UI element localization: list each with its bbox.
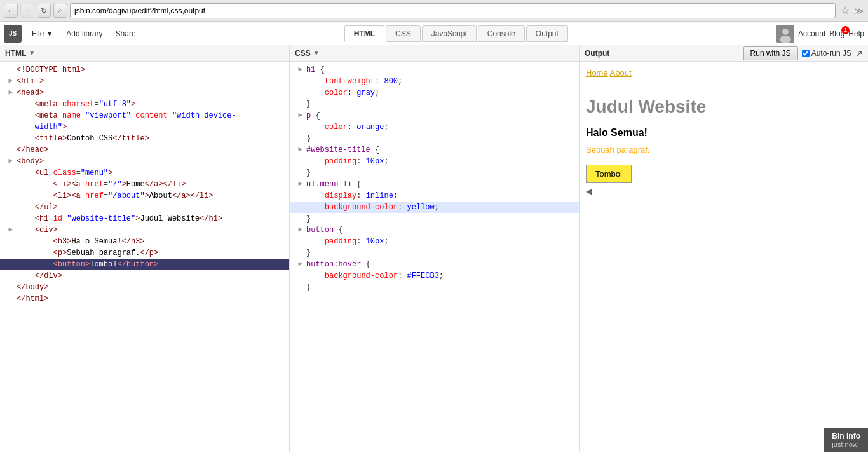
code-line: ▶ <html> (0, 76, 289, 87)
tab-output[interactable]: Output (526, 25, 568, 42)
svg-point-1 (782, 29, 789, 35)
avatar (776, 25, 794, 43)
blog-badge: 1 (841, 26, 850, 34)
add-library-button[interactable]: Add library (60, 27, 109, 41)
file-label: File (32, 29, 44, 38)
code-line: } (290, 282, 579, 293)
browser-chrome: ← → ↻ ⌂ ☆ ≫ (0, 0, 868, 22)
forward-button[interactable]: → (20, 4, 34, 18)
code-line: padding: 10px; (290, 156, 579, 167)
css-panel-header: CSS ▼ (290, 45, 579, 62)
code-line: <h3>Halo Semua!</h3> (0, 236, 289, 247)
run-js-button[interactable]: Run with JS (743, 46, 798, 60)
code-line: ▶ p { (290, 110, 579, 121)
code-line: background-color: #FFECB3; (290, 270, 579, 282)
code-line-highlighted: <button>Tombol</button> (0, 259, 289, 270)
code-line: </body> (0, 282, 289, 293)
preview-subheading: Halo Semua! (586, 127, 862, 139)
code-line: ▶ <body> (0, 156, 289, 167)
bookmark-icon[interactable]: ☆ (841, 4, 850, 17)
code-line: } (290, 247, 579, 259)
html-code-editor[interactable]: <!DOCTYPE html> ▶ <html> ▶ <head> <meta … (0, 62, 289, 452)
code-line: <li><a href="/about">About</a></li> (0, 190, 289, 202)
back-button[interactable]: ← (4, 4, 18, 18)
code-line: ▶ <head> (0, 87, 289, 99)
code-line: <ul class="menu"> (0, 167, 289, 179)
code-line: padding: 10px; (290, 236, 579, 247)
code-line: } (290, 213, 579, 224)
bin-info-title: Bin info (832, 432, 860, 441)
output-title: Output (585, 49, 609, 58)
code-line: } (290, 167, 579, 179)
tab-console[interactable]: Console (478, 25, 525, 42)
code-line: <meta charset="utf-8"> (0, 99, 289, 110)
editor-tabs: HTML CSS JavaScript Console Output (344, 25, 568, 42)
html-panel-header: HTML ▼ (0, 45, 289, 62)
help-button[interactable]: Help (848, 29, 864, 38)
file-dropdown-icon: ▼ (46, 29, 53, 38)
tab-html[interactable]: HTML (344, 25, 384, 42)
autorun-checkbox[interactable] (802, 50, 810, 57)
code-line: <!DOCTYPE html> (0, 64, 289, 76)
code-line: ▶ ul.menu li { (290, 179, 579, 190)
code-line: color: gray; (290, 87, 579, 99)
toolbar-right: Account Blog 1 Help (776, 25, 864, 43)
preview-paragraph: Sebuah paragraf. (586, 145, 862, 154)
code-line: ▶ h1 { (290, 64, 579, 76)
code-line: ▶ button { (290, 224, 579, 236)
output-panel: Output Run with JS Auto-run JS ↗ Home Ab… (580, 45, 868, 452)
code-line: width"> (0, 121, 289, 133)
output-controls: Run with JS Auto-run JS ↗ (743, 46, 863, 60)
code-line: color: orange; (290, 121, 579, 133)
code-line: background-color: yellow; (290, 202, 579, 213)
code-line: display: inline; (290, 190, 579, 202)
css-panel-arrow[interactable]: ▼ (313, 50, 320, 57)
code-line: font-weight: 800; (290, 76, 579, 87)
html-panel-title: HTML (5, 49, 26, 58)
share-button[interactable]: Share (109, 27, 142, 41)
file-menu-button[interactable]: File ▼ (25, 27, 60, 41)
output-content: Home About Judul Website Halo Semua! Seb… (580, 62, 868, 452)
code-line: ▶ #website-title { (290, 144, 579, 156)
css-panel: CSS ▼ ▶ h1 { font-weight: 800; color: gr… (290, 45, 580, 452)
autorun-label: Auto-run JS (802, 49, 851, 58)
tab-css[interactable]: CSS (386, 25, 421, 42)
address-bar[interactable] (70, 3, 836, 18)
code-line: </div> (0, 270, 289, 282)
browser-nav: ← → ↻ ⌂ ☆ ≫ (0, 0, 868, 22)
code-line: </ul> (0, 202, 289, 213)
blog-button[interactable]: Blog 1 (829, 29, 844, 38)
app-toolbar: JS File ▼ Add library Share HTML CSS Jav… (0, 22, 868, 45)
expand-output-button[interactable]: ↗ (855, 48, 863, 58)
account-button[interactable]: Account (798, 29, 825, 38)
css-code-editor[interactable]: ▶ h1 { font-weight: 800; color: gray; } … (290, 62, 579, 452)
bin-info-time: just now (832, 441, 860, 448)
code-line: <title>Contoh CSS</title> (0, 133, 289, 144)
nav-extra-icon[interactable]: ≫ (855, 6, 864, 16)
cursor-indicator: ◀ (586, 187, 592, 196)
html-panel: HTML ▼ <!DOCTYPE html> ▶ <html> ▶ <head>… (0, 45, 290, 452)
main-area: HTML ▼ <!DOCTYPE html> ▶ <html> ▶ <head>… (0, 45, 868, 452)
preview-home-link[interactable]: Home (586, 68, 608, 78)
home-button[interactable]: ⌂ (53, 4, 67, 18)
preview-button[interactable]: Tombol (586, 165, 632, 183)
tab-javascript[interactable]: JavaScript (422, 25, 477, 42)
css-panel-title: CSS (295, 49, 311, 58)
code-line: ▶ button:hover { (290, 259, 579, 270)
code-line: ▶ <div> (0, 224, 289, 236)
app-logo: JS (4, 25, 22, 43)
code-line: <p>Sebuah paragraf.</p> (0, 247, 289, 259)
code-line: } (290, 133, 579, 144)
code-line: <meta name="viewport" content="width=dev… (0, 110, 289, 121)
reload-button[interactable]: ↻ (37, 4, 51, 18)
preview-nav: Home About (586, 68, 862, 78)
preview-heading: Judul Website (586, 97, 862, 117)
preview-about-link[interactable]: About (610, 68, 632, 78)
code-line: <li><a href="/">Home</a></li> (0, 179, 289, 190)
code-line: </html> (0, 293, 289, 305)
html-panel-arrow[interactable]: ▼ (29, 50, 35, 57)
bin-info: Bin info just now (824, 428, 868, 452)
code-line: } (290, 99, 579, 110)
code-line: </head> (0, 144, 289, 156)
code-line: <h1 id="website-title">Judul Website</h1… (0, 213, 289, 224)
